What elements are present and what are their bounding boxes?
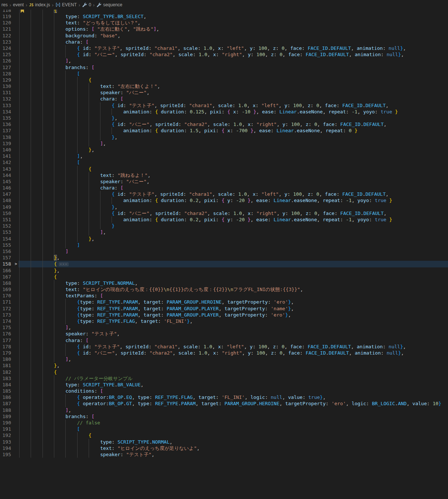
code-line[interactable]: 180 ], — [0, 356, 448, 362]
code-text: chara: [ — [19, 39, 89, 45]
code-line[interactable]: 168 type: SCRIPT_TYPE.NORMAL, — [0, 280, 448, 286]
code-line[interactable]: 140 }, — [0, 147, 448, 153]
code-line[interactable]: 143 { — [0, 166, 448, 172]
breadcrumb-item-event-folder[interactable]: event — [13, 2, 24, 7]
code-text: } — [19, 223, 114, 229]
line-number: 169 — [0, 286, 11, 293]
code-line[interactable]: 133 { id: "テスト子", spriteId: "chara1", sc… — [0, 102, 448, 109]
code-line[interactable]: 166 }, — [0, 267, 448, 274]
code-line[interactable]: 177 chara: [ — [0, 337, 448, 344]
code-line[interactable]: 120 text: "どっちをしてほしい？", — [0, 20, 448, 26]
code-line[interactable]: 124 { id: "テスト子", spriteId: "chara1", sc… — [0, 45, 448, 51]
code-line[interactable]: 136 { id: "バニー", spriteId: "chara2", sca… — [0, 121, 448, 127]
breadcrumb-item-res[interactable]: res — [1, 2, 8, 7]
code-line[interactable]: 139 ], — [0, 140, 448, 147]
code-line[interactable]: 189 branchs: [ — [0, 413, 448, 420]
fold-chevron-icon[interactable]: > — [13, 261, 18, 267]
code-editor[interactable]: 118 {119 type: SCRIPT_TYPE.BR_SELECT,120… — [0, 10, 448, 499]
code-line[interactable]: 142 [ — [0, 159, 448, 165]
line-number: 125 — [0, 51, 11, 58]
code-line[interactable]: 146 chara: [ — [0, 185, 448, 191]
code-line[interactable]: 119 type: SCRIPT_TYPE.BR_SELECT, — [0, 13, 448, 20]
code-line[interactable]: 122 background: "base", — [0, 33, 448, 39]
code-text: { id: "バニー", spriteId: "chara2", scale: … — [19, 121, 387, 127]
code-line[interactable]: 141 ], — [0, 153, 448, 159]
code-line[interactable]: 130 text: "左右に動くよ！", — [0, 83, 448, 89]
code-text: { operator:BR_OP.EQ, type: REF_TYPE.FLAG… — [19, 394, 326, 400]
code-line[interactable]: 135 }, — [0, 115, 448, 121]
line-number: 142 — [0, 159, 11, 165]
code-line[interactable]: 152 } — [0, 223, 448, 229]
code-line[interactable]: 185 conditions: [ — [0, 388, 448, 394]
code-line[interactable]: 151 animation: { duration: 0.2, pixi: { … — [0, 216, 448, 223]
code-text: text: "跳ねるよ！", — [19, 172, 151, 178]
code-text: // false — [19, 420, 100, 426]
code-line[interactable]: 181 }, — [0, 362, 448, 369]
breadcrumb-item-indexjs[interactable]: JS index.js — [29, 2, 50, 7]
code-line[interactable]: 191 [ — [0, 426, 448, 432]
wrench-icon — [82, 2, 87, 7]
code-line[interactable]: 127 branchs: [ — [0, 64, 448, 71]
code-line[interactable]: 171 {type: REF_TYPE.PARAM, target: PARAM… — [0, 299, 448, 305]
code-line[interactable]: 118 { — [0, 10, 448, 13]
line-number: 188 — [0, 407, 11, 413]
code-line[interactable]: 123 chara: [ — [0, 39, 448, 45]
code-line[interactable]: 129 { — [0, 77, 448, 83]
code-line[interactable]: 175 ], — [0, 324, 448, 331]
code-line[interactable]: 193 type: SCRIPT_TYPE.NORMAL, — [0, 439, 448, 445]
code-line[interactable]: 186 { operator:BR_OP.EQ, type: REF_TYPE.… — [0, 394, 448, 400]
code-line[interactable]: 125 { id: "バニー", spriteId: "chara2", sca… — [0, 51, 448, 58]
code-line[interactable]: 172 {type: REF_TYPE.PARAM, target: PARAM… — [0, 305, 448, 312]
code-line[interactable]: 131 speaker: "バニー", — [0, 89, 448, 96]
breadcrumb-separator: › — [52, 2, 53, 8]
code-line[interactable]: 179 { id: "バニー", spriteId: "chara2", sca… — [0, 350, 448, 356]
code-line[interactable]: 132 chara: [ — [0, 96, 448, 102]
breadcrumb-item-sequence[interactable]: sequence — [96, 2, 122, 7]
code-line[interactable]: 121 options: [ "左右に動く", "跳ねる"], — [0, 26, 448, 32]
breadcrumb-item-index-0[interactable]: 0 — [82, 2, 91, 7]
code-line[interactable]: 173 {type: REF_TYPE.PARAM, target: PARAM… — [0, 312, 448, 318]
code-line[interactable]: 150 { id: "バニー", spriteId: "chara2", sca… — [0, 210, 448, 216]
line-number: 144 — [0, 172, 11, 178]
line-number: 190 — [0, 420, 11, 426]
code-line[interactable]: 192 { — [0, 432, 448, 438]
code-line[interactable]: 178 { id: "テスト子", spriteId: "chara1", sc… — [0, 344, 448, 350]
code-line[interactable]: 158> {··· — [0, 261, 448, 267]
line-number: 170 — [0, 293, 11, 299]
code-line[interactable]: 194 text: "ヒロインのえっち度が足りないよ", — [0, 445, 448, 451]
code-line[interactable]: 155 ] — [0, 242, 448, 248]
code-line[interactable]: 137 animation: { duration: 1.5, pixi: { … — [0, 127, 448, 134]
folded-code-ellipsis[interactable]: ··· — [59, 262, 69, 266]
code-line[interactable]: 154 }, — [0, 236, 448, 242]
code-line[interactable]: 149 }, — [0, 204, 448, 210]
code-text: ], — [19, 140, 106, 147]
line-number: 195 — [0, 451, 11, 458]
code-line[interactable]: 134 animation: { duration: 0.125, pixi: … — [0, 109, 448, 115]
code-line[interactable]: 169 text: "ヒロインの現在のえっち度：{{0}}\n{{1}}のえっち… — [0, 286, 448, 293]
code-line[interactable]: 187 { operator:BR_OP.GT, type: REF_TYPE.… — [0, 400, 448, 407]
code-line[interactable]: 182 { — [0, 369, 448, 375]
line-number: 183 — [0, 375, 11, 382]
code-line[interactable]: 195 speaker: "テスト子", — [0, 451, 448, 458]
code-line[interactable]: 156 ] — [0, 248, 448, 254]
code-text: { — [19, 166, 92, 172]
code-line[interactable]: 174 {type: REF_TYPE.FLAG, target: 'FL_IN… — [0, 318, 448, 324]
code-line[interactable]: 183 // パラメーター分岐サンプル — [0, 375, 448, 382]
code-lines: 118 {119 type: SCRIPT_TYPE.BR_SELECT,120… — [0, 10, 448, 458]
code-line[interactable]: 170 textParams: [ — [0, 293, 448, 299]
code-line[interactable]: 126 ], — [0, 58, 448, 64]
code-line[interactable]: 148 animation: { duration: 0.2, pixi: { … — [0, 197, 448, 204]
code-line[interactable]: 184 type: SCRIPT_TYPE.BR_VALUE, — [0, 382, 448, 388]
code-line[interactable]: 144 text: "跳ねるよ！", — [0, 172, 448, 178]
code-line[interactable]: 176 speaker: "テスト子", — [0, 331, 448, 337]
code-line[interactable]: 145 speaker: "バニー", — [0, 178, 448, 185]
breadcrumb-item-event-symbol[interactable]: EVENT — [55, 2, 77, 7]
code-line[interactable]: 190 // false — [0, 420, 448, 426]
code-line[interactable]: 128 [ — [0, 71, 448, 77]
code-line[interactable]: 188 ], — [0, 407, 448, 413]
code-line[interactable]: 157 }, — [0, 254, 448, 261]
code-line[interactable]: 153 ], — [0, 229, 448, 235]
code-line[interactable]: 167 { — [0, 274, 448, 280]
code-line[interactable]: 147 { id: "テスト子", spriteId: "chara1", sc… — [0, 191, 448, 197]
code-line[interactable]: 138 }, — [0, 134, 448, 140]
